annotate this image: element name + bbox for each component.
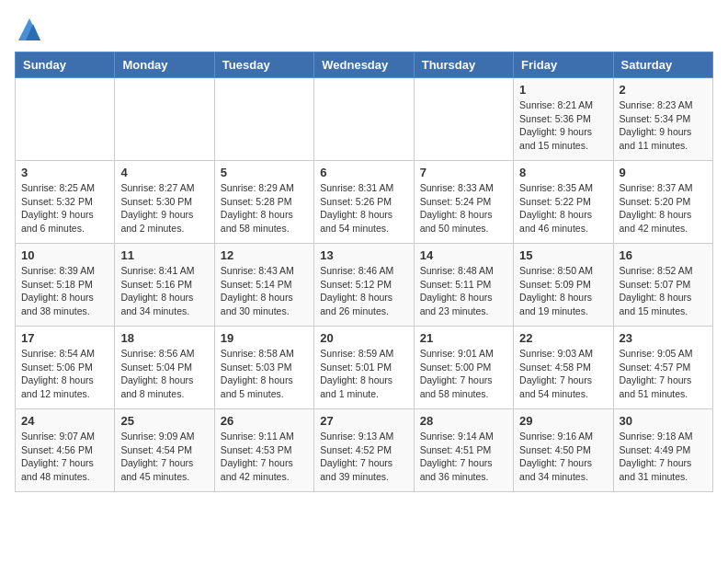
day-cell: 11Sunrise: 8:41 AM Sunset: 5:16 PM Dayli… bbox=[115, 244, 214, 327]
header-cell-sunday: Sunday bbox=[16, 52, 115, 78]
day-number: 16 bbox=[620, 248, 707, 262]
logo bbox=[15, 15, 48, 44]
day-number: 21 bbox=[420, 331, 507, 345]
day-number: 6 bbox=[320, 166, 407, 179]
day-number: 29 bbox=[519, 414, 607, 428]
day-cell: 26Sunrise: 9:11 AM Sunset: 4:53 PM Dayli… bbox=[214, 409, 313, 492]
day-info: Sunrise: 8:58 AM Sunset: 5:03 PM Dayligh… bbox=[221, 347, 308, 401]
day-info: Sunrise: 9:05 AM Sunset: 4:57 PM Dayligh… bbox=[620, 347, 707, 401]
day-cell: 16Sunrise: 8:52 AM Sunset: 5:07 PM Dayli… bbox=[613, 244, 712, 327]
calendar-body: 1Sunrise: 8:21 AM Sunset: 5:36 PM Daylig… bbox=[16, 78, 713, 492]
day-info: Sunrise: 8:31 AM Sunset: 5:26 PM Dayligh… bbox=[320, 181, 407, 236]
week-row-4: 17Sunrise: 8:54 AM Sunset: 5:06 PM Dayli… bbox=[16, 327, 713, 409]
day-cell: 2Sunrise: 8:23 AM Sunset: 5:34 PM Daylig… bbox=[613, 78, 712, 161]
day-info: Sunrise: 8:21 AM Sunset: 5:36 PM Dayligh… bbox=[519, 98, 607, 153]
day-cell: 24Sunrise: 9:07 AM Sunset: 4:56 PM Dayli… bbox=[16, 409, 115, 492]
day-cell: 5Sunrise: 8:29 AM Sunset: 5:28 PM Daylig… bbox=[214, 161, 313, 244]
day-number: 11 bbox=[120, 248, 208, 262]
day-info: Sunrise: 8:59 AM Sunset: 5:01 PM Dayligh… bbox=[320, 347, 407, 401]
day-cell: 9Sunrise: 8:37 AM Sunset: 5:20 PM Daylig… bbox=[613, 161, 712, 244]
day-number: 3 bbox=[21, 166, 108, 179]
day-number: 10 bbox=[21, 248, 108, 262]
week-row-2: 3Sunrise: 8:25 AM Sunset: 5:32 PM Daylig… bbox=[16, 161, 713, 244]
day-cell bbox=[314, 78, 414, 161]
week-row-5: 24Sunrise: 9:07 AM Sunset: 4:56 PM Dayli… bbox=[16, 409, 713, 492]
header-cell-wednesday: Wednesday bbox=[314, 52, 414, 78]
day-number: 19 bbox=[221, 331, 308, 345]
header-cell-monday: Monday bbox=[115, 52, 214, 78]
day-number: 23 bbox=[620, 331, 707, 345]
day-number: 12 bbox=[221, 248, 308, 262]
day-info: Sunrise: 9:13 AM Sunset: 4:52 PM Dayligh… bbox=[320, 430, 407, 484]
day-number: 5 bbox=[221, 166, 308, 179]
day-info: Sunrise: 8:25 AM Sunset: 5:32 PM Dayligh… bbox=[21, 181, 108, 236]
day-number: 30 bbox=[620, 414, 707, 428]
day-info: Sunrise: 8:39 AM Sunset: 5:18 PM Dayligh… bbox=[21, 264, 108, 318]
page-header bbox=[15, 15, 713, 44]
day-cell: 12Sunrise: 8:43 AM Sunset: 5:14 PM Dayli… bbox=[214, 244, 313, 327]
day-cell: 28Sunrise: 9:14 AM Sunset: 4:51 PM Dayli… bbox=[414, 409, 513, 492]
day-number: 20 bbox=[320, 331, 407, 345]
calendar-header: SundayMondayTuesdayWednesdayThursdayFrid… bbox=[16, 52, 713, 78]
day-info: Sunrise: 8:29 AM Sunset: 5:28 PM Dayligh… bbox=[221, 181, 308, 236]
day-info: Sunrise: 9:01 AM Sunset: 5:00 PM Dayligh… bbox=[420, 347, 507, 401]
day-number: 13 bbox=[320, 248, 407, 262]
day-cell: 21Sunrise: 9:01 AM Sunset: 5:00 PM Dayli… bbox=[414, 327, 513, 409]
day-cell: 15Sunrise: 8:50 AM Sunset: 5:09 PM Dayli… bbox=[514, 244, 613, 327]
day-cell: 1Sunrise: 8:21 AM Sunset: 5:36 PM Daylig… bbox=[514, 78, 613, 161]
day-cell bbox=[214, 78, 313, 161]
day-info: Sunrise: 8:23 AM Sunset: 5:34 PM Dayligh… bbox=[620, 98, 707, 153]
week-row-3: 10Sunrise: 8:39 AM Sunset: 5:18 PM Dayli… bbox=[16, 244, 713, 327]
day-info: Sunrise: 8:56 AM Sunset: 5:04 PM Dayligh… bbox=[120, 347, 208, 401]
day-cell: 25Sunrise: 9:09 AM Sunset: 4:54 PM Dayli… bbox=[115, 409, 214, 492]
day-cell: 4Sunrise: 8:27 AM Sunset: 5:30 PM Daylig… bbox=[115, 161, 214, 244]
day-info: Sunrise: 9:14 AM Sunset: 4:51 PM Dayligh… bbox=[420, 430, 507, 484]
day-cell: 20Sunrise: 8:59 AM Sunset: 5:01 PM Dayli… bbox=[314, 327, 414, 409]
day-cell: 23Sunrise: 9:05 AM Sunset: 4:57 PM Dayli… bbox=[613, 327, 712, 409]
week-row-1: 1Sunrise: 8:21 AM Sunset: 5:36 PM Daylig… bbox=[16, 78, 713, 161]
day-cell bbox=[16, 78, 115, 161]
day-number: 7 bbox=[420, 166, 507, 179]
day-number: 2 bbox=[620, 83, 707, 97]
day-cell: 30Sunrise: 9:18 AM Sunset: 4:49 PM Dayli… bbox=[613, 409, 712, 492]
day-info: Sunrise: 8:48 AM Sunset: 5:11 PM Dayligh… bbox=[420, 264, 507, 318]
logo-icon bbox=[15, 15, 44, 44]
day-cell: 10Sunrise: 8:39 AM Sunset: 5:18 PM Dayli… bbox=[16, 244, 115, 327]
day-info: Sunrise: 8:54 AM Sunset: 5:06 PM Dayligh… bbox=[21, 347, 108, 401]
header-row: SundayMondayTuesdayWednesdayThursdayFrid… bbox=[16, 52, 713, 78]
header-cell-saturday: Saturday bbox=[613, 52, 712, 78]
day-cell: 19Sunrise: 8:58 AM Sunset: 5:03 PM Dayli… bbox=[214, 327, 313, 409]
day-cell: 18Sunrise: 8:56 AM Sunset: 5:04 PM Dayli… bbox=[115, 327, 214, 409]
day-number: 27 bbox=[320, 414, 407, 428]
day-info: Sunrise: 9:09 AM Sunset: 4:54 PM Dayligh… bbox=[120, 430, 208, 484]
day-info: Sunrise: 8:33 AM Sunset: 5:24 PM Dayligh… bbox=[420, 181, 507, 236]
day-cell: 6Sunrise: 8:31 AM Sunset: 5:26 PM Daylig… bbox=[314, 161, 414, 244]
day-info: Sunrise: 8:43 AM Sunset: 5:14 PM Dayligh… bbox=[221, 264, 308, 318]
day-info: Sunrise: 9:18 AM Sunset: 4:49 PM Dayligh… bbox=[620, 430, 707, 484]
day-info: Sunrise: 8:35 AM Sunset: 5:22 PM Dayligh… bbox=[519, 181, 607, 236]
day-info: Sunrise: 9:16 AM Sunset: 4:50 PM Dayligh… bbox=[519, 430, 607, 484]
day-cell bbox=[115, 78, 214, 161]
day-cell: 8Sunrise: 8:35 AM Sunset: 5:22 PM Daylig… bbox=[514, 161, 613, 244]
calendar-table: SundayMondayTuesdayWednesdayThursdayFrid… bbox=[15, 52, 713, 492]
day-number: 17 bbox=[21, 331, 108, 345]
day-number: 8 bbox=[519, 166, 607, 179]
day-info: Sunrise: 8:52 AM Sunset: 5:07 PM Dayligh… bbox=[620, 264, 707, 318]
day-number: 14 bbox=[420, 248, 507, 262]
day-cell: 3Sunrise: 8:25 AM Sunset: 5:32 PM Daylig… bbox=[16, 161, 115, 244]
header-cell-friday: Friday bbox=[514, 52, 613, 78]
day-info: Sunrise: 8:37 AM Sunset: 5:20 PM Dayligh… bbox=[620, 181, 707, 236]
day-cell: 17Sunrise: 8:54 AM Sunset: 5:06 PM Dayli… bbox=[16, 327, 115, 409]
day-number: 4 bbox=[120, 166, 208, 179]
day-number: 28 bbox=[420, 414, 507, 428]
day-info: Sunrise: 9:03 AM Sunset: 4:58 PM Dayligh… bbox=[519, 347, 607, 401]
day-cell: 22Sunrise: 9:03 AM Sunset: 4:58 PM Dayli… bbox=[514, 327, 613, 409]
day-number: 15 bbox=[519, 248, 607, 262]
day-cell: 14Sunrise: 8:48 AM Sunset: 5:11 PM Dayli… bbox=[414, 244, 513, 327]
day-cell: 7Sunrise: 8:33 AM Sunset: 5:24 PM Daylig… bbox=[414, 161, 513, 244]
day-cell bbox=[414, 78, 513, 161]
day-info: Sunrise: 9:11 AM Sunset: 4:53 PM Dayligh… bbox=[221, 430, 308, 484]
day-number: 22 bbox=[519, 331, 607, 345]
day-info: Sunrise: 8:50 AM Sunset: 5:09 PM Dayligh… bbox=[519, 264, 607, 318]
day-number: 1 bbox=[519, 83, 607, 97]
